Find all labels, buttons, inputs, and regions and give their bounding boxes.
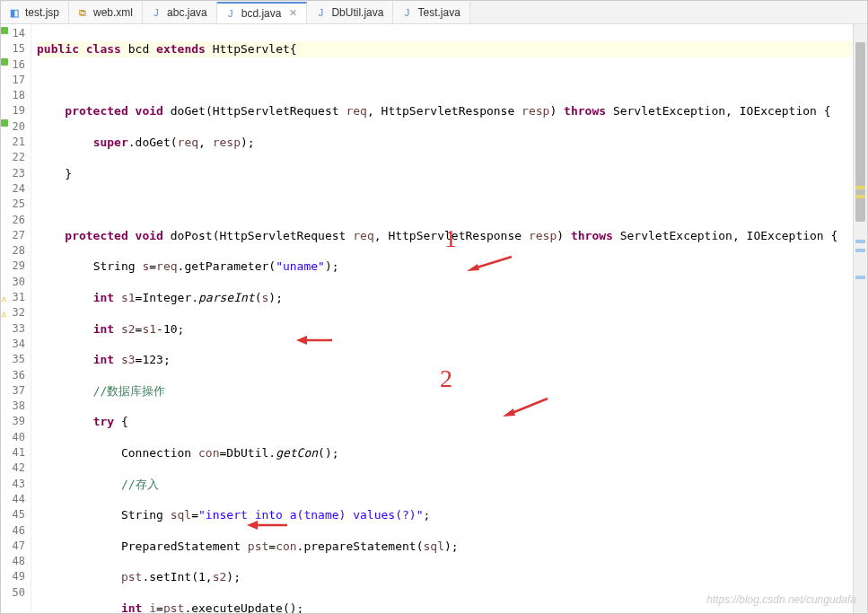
tab-label: DbUtil.java (331, 6, 383, 19)
line-number: 48 (1, 554, 25, 569)
jsp-file-icon: ◧ (8, 6, 21, 19)
tab-bcd-java[interactable]: Jbcd.java✕ (217, 2, 308, 23)
line-number: 40 (1, 430, 25, 445)
xml-file-icon: ⧉ (76, 6, 89, 19)
code-editor[interactable]: public class bcd extends HttpServlet{ pr… (31, 24, 867, 613)
line-number: 47 (1, 539, 25, 554)
tab-dbutil-java[interactable]: JDbUtil.java (307, 2, 393, 23)
editor-area: 14 15 16 17 18 19 20 21 22 23 24 25 26 2… (1, 24, 867, 613)
tab-label: web.xml (93, 6, 133, 19)
line-number: 21 (1, 135, 25, 150)
line-number: 22 (1, 150, 25, 165)
watermark-text: https://blog.csdn.net/cungudafa (706, 593, 856, 606)
line-number: 41 (1, 445, 25, 460)
line-number: 38 (1, 399, 25, 414)
warning-marker-icon: ⚠ (1, 291, 6, 298)
tab-web-xml[interactable]: ⧉web.xml (69, 2, 143, 23)
svg-line-4 (510, 399, 548, 414)
line-number: 24 (1, 181, 25, 197)
vertical-scrollbar[interactable] (853, 24, 867, 613)
tab-label: abc.java (167, 6, 207, 19)
line-number: 25 (1, 197, 25, 212)
line-number: 46 (1, 523, 25, 539)
occurrence-tick-icon (855, 276, 865, 279)
tab-label: test.jsp (25, 6, 59, 19)
line-number: 27 (1, 228, 25, 243)
override-marker-icon (1, 27, 8, 34)
line-number: 20 (1, 119, 25, 135)
line-number: 29 (1, 259, 25, 274)
occurrence-tick-icon (855, 249, 865, 252)
warning-tick-icon (855, 195, 865, 198)
line-number: 33 (1, 321, 25, 337)
line-number: 26 (1, 213, 25, 228)
editor-tabs: ◧test.jsp ⧉web.xml Jabc.java Jbcd.java✕ … (1, 1, 867, 24)
java-file-icon: J (224, 7, 237, 20)
tab-label: Test.java (417, 6, 460, 19)
warning-tick-icon (855, 186, 865, 189)
line-number: 16 (1, 57, 25, 73)
line-number: 43 (1, 477, 25, 492)
line-number: 19 (1, 103, 25, 118)
line-number: 36 (1, 368, 25, 383)
line-number: 37 (1, 383, 25, 399)
line-number: 17 (1, 73, 25, 88)
tab-label: bcd.java (241, 7, 282, 20)
line-number: 45 (1, 507, 25, 522)
override-marker-icon (1, 119, 8, 127)
line-number: 15 (1, 41, 25, 57)
line-number: 50 (1, 585, 25, 601)
line-number: 44 (1, 492, 25, 507)
line-number: 23 (1, 166, 25, 181)
occurrence-tick-icon (855, 240, 865, 243)
java-file-icon: J (150, 6, 162, 19)
line-number: 34 (1, 337, 25, 352)
line-number: 49 (1, 569, 25, 584)
line-number: 14 (1, 26, 25, 41)
tab-abc-java[interactable]: Jabc.java (143, 2, 217, 23)
line-number: 28 (1, 243, 25, 259)
tab-test-jsp[interactable]: ◧test.jsp (1, 2, 69, 23)
java-file-icon: J (314, 6, 327, 19)
close-icon[interactable]: ✕ (289, 7, 297, 19)
line-number: 35 (1, 352, 25, 367)
svg-marker-3 (296, 336, 307, 345)
line-number: 42 (1, 460, 25, 476)
warning-marker-icon: ⚠ (1, 306, 6, 313)
line-number: 18 (1, 88, 25, 103)
tab-test-java[interactable]: JTest.java (393, 2, 469, 23)
line-number: 30 (1, 275, 25, 290)
override-marker-icon (1, 58, 8, 66)
line-number: ⚠32 (1, 305, 25, 320)
line-number-gutter: 14 15 16 17 18 19 20 21 22 23 24 25 26 2… (1, 24, 31, 613)
line-number: ⚠31 (1, 290, 25, 305)
annotation-arrow-icon (296, 333, 337, 351)
java-file-icon: J (400, 6, 413, 19)
line-number: 39 (1, 414, 25, 429)
